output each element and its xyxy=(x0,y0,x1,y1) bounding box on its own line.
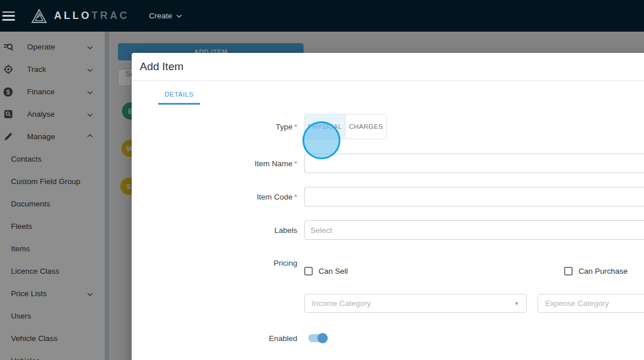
hamburger-menu-icon[interactable] xyxy=(2,12,15,21)
app-window: ALLOTRAC Create Operate Track $ Fi xyxy=(0,0,644,360)
item-code-input[interactable] xyxy=(304,187,644,206)
required-asterisk: * xyxy=(294,159,297,168)
can-purchase-checkbox[interactable] xyxy=(564,267,573,275)
income-category-select[interactable]: Income Category ▼ xyxy=(304,294,527,313)
modal-header: Add Item xyxy=(132,53,644,81)
toggle-knob xyxy=(317,333,328,343)
required-asterisk: * xyxy=(294,122,297,131)
can-sell-checkbox[interactable] xyxy=(304,267,313,275)
tab-details[interactable]: DETAILS xyxy=(158,81,200,105)
item-code-label: Item Code* xyxy=(132,193,297,201)
pricing-row: Pricing Can Sell Can Purchase Income Cat… xyxy=(132,259,644,313)
pricing-label: Pricing xyxy=(132,259,297,267)
item-name-input[interactable] xyxy=(304,154,644,173)
type-row: Type* PHYSICAL CHARGES xyxy=(132,114,644,139)
allotrac-triangle-icon xyxy=(31,9,47,24)
expense-category-select[interactable]: Expense Category xyxy=(538,294,644,313)
add-item-modal: Add Item DETAILS Type* PHYSICAL CHARGES … xyxy=(132,53,644,360)
type-label: Type* xyxy=(132,122,297,131)
item-name-label: Item Name* xyxy=(132,159,297,168)
item-code-row: Item Code* xyxy=(132,187,644,206)
brand-text: ALLOTRAC xyxy=(54,10,129,22)
required-asterisk: * xyxy=(294,193,297,201)
income-category-placeholder: Income Category xyxy=(312,299,371,308)
type-option-charges[interactable]: CHARGES xyxy=(345,114,386,139)
add-item-form: Type* PHYSICAL CHARGES Item Name* It xyxy=(132,105,644,343)
allotrac-logo[interactable]: ALLOTRAC xyxy=(31,9,129,24)
labels-select-input[interactable] xyxy=(304,220,644,240)
chevron-down-icon xyxy=(176,12,182,18)
enabled-label: Enabled xyxy=(132,334,297,343)
item-name-row: Item Name* xyxy=(132,154,644,173)
labels-row: Labels xyxy=(132,220,644,240)
modal-tab-bar: DETAILS xyxy=(132,81,644,105)
pricing-fields: Can Sell Can Purchase Income Category ▼ … xyxy=(304,259,644,313)
top-navigation-bar: ALLOTRAC Create xyxy=(0,0,644,32)
type-button-group: PHYSICAL CHARGES xyxy=(304,114,387,139)
can-purchase-label: Can Purchase xyxy=(578,267,628,275)
can-sell-label: Can Sell xyxy=(319,267,348,275)
modal-title: Add Item xyxy=(140,60,183,73)
type-field: PHYSICAL CHARGES xyxy=(304,114,644,139)
enabled-row: Enabled xyxy=(132,334,644,343)
expense-category-placeholder: Expense Category xyxy=(545,299,609,308)
labels-label: Labels xyxy=(132,226,297,235)
dropdown-caret-icon: ▼ xyxy=(514,301,519,307)
type-option-physical[interactable]: PHYSICAL xyxy=(305,114,345,139)
enabled-toggle[interactable] xyxy=(308,334,327,342)
create-menu-button[interactable]: Create xyxy=(149,12,181,20)
